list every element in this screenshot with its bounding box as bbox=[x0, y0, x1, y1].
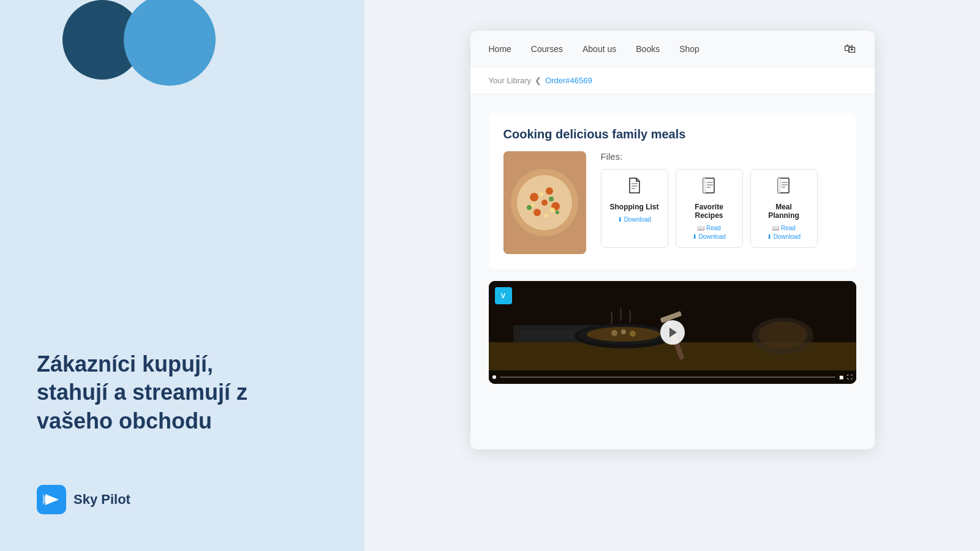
brand-name: Sky Pilot bbox=[74, 492, 130, 508]
progress-bar[interactable] bbox=[500, 377, 835, 378]
svg-rect-26 bbox=[778, 178, 780, 193]
svg-point-15 bbox=[531, 203, 535, 207]
breadcrumb-library[interactable]: Your Library bbox=[489, 76, 532, 85]
file-card-meal-planning: Meal Planning 📖 Read ⬇ Download bbox=[750, 169, 818, 248]
play-button[interactable] bbox=[660, 320, 685, 345]
video-controls: ◼ ⛶ bbox=[489, 370, 856, 384]
video-container[interactable]: V ◼ ⛶ bbox=[489, 281, 856, 384]
download-link-recipes[interactable]: ⬇ Download bbox=[692, 233, 726, 240]
vimeo-letter: V bbox=[501, 292, 505, 299]
svg-point-14 bbox=[550, 208, 555, 212]
svg-point-12 bbox=[556, 211, 559, 214]
file-card-favorite-recipes: Favorite Recipes 📖 Read ⬇ Download bbox=[676, 169, 743, 248]
nav-bar: Home Courses About us Books Shop 🛍 bbox=[470, 31, 875, 67]
files-section: Files: bbox=[601, 151, 842, 248]
right-panel: Home Courses About us Books Shop 🛍 Your … bbox=[364, 0, 980, 551]
nav-item-about[interactable]: About us bbox=[582, 44, 616, 54]
svg-point-6 bbox=[546, 187, 553, 195]
svg-point-5 bbox=[530, 193, 538, 201]
brand-logo: Sky Pilot bbox=[37, 485, 364, 514]
vimeo-badge: V bbox=[495, 287, 512, 304]
nav-item-home[interactable]: Home bbox=[489, 44, 511, 54]
browser-window: Home Courses About us Books Shop 🛍 Your … bbox=[470, 31, 875, 449]
read-link-recipes[interactable]: 📖 Read bbox=[697, 225, 721, 231]
svg-point-16 bbox=[545, 214, 548, 217]
download-link-meal[interactable]: ⬇ Download bbox=[767, 233, 801, 240]
file-actions-meal: 📖 Read ⬇ Download bbox=[767, 225, 801, 240]
circle-blue bbox=[124, 0, 216, 86]
svg-point-11 bbox=[549, 197, 554, 201]
hero-headline: Zákazníci kupují, stahují a streamují z … bbox=[37, 350, 282, 436]
svg-point-8 bbox=[533, 209, 541, 216]
book-icon-recipes bbox=[701, 177, 717, 198]
file-name-favorite-recipes: Favorite Recipes bbox=[685, 203, 734, 220]
download-link-shopping-list[interactable]: ⬇ Download bbox=[617, 216, 651, 223]
content-area: Cooking delicious family meals bbox=[470, 94, 875, 449]
files-grid: Shopping List ⬇ Download bbox=[601, 169, 842, 248]
nav-item-shop[interactable]: Shop bbox=[679, 44, 699, 54]
play-triangle-icon bbox=[669, 328, 677, 337]
left-panel: Zákazníci kupují, stahují a streamují z … bbox=[0, 0, 364, 551]
product-image bbox=[503, 151, 586, 254]
file-name-meal-planning: Meal Planning bbox=[760, 203, 809, 220]
fullscreen-icon[interactable]: ⛶ bbox=[847, 374, 853, 380]
svg-point-9 bbox=[541, 200, 548, 206]
file-card-shopping-list: Shopping List ⬇ Download bbox=[601, 169, 668, 248]
product-title: Cooking delicious family meals bbox=[503, 127, 842, 141]
file-name-shopping-list: Shopping List bbox=[610, 203, 659, 211]
control-icons: ◼ ⛶ bbox=[839, 374, 853, 380]
svg-rect-21 bbox=[703, 178, 706, 193]
control-play-dot[interactable] bbox=[492, 375, 496, 379]
nav-item-books[interactable]: Books bbox=[636, 44, 660, 54]
logo-decoration bbox=[50, 0, 216, 86]
product-section: Cooking delicious family meals bbox=[489, 113, 856, 269]
product-body: Files: bbox=[503, 151, 842, 254]
breadcrumb-current: Order#46569 bbox=[545, 76, 592, 85]
file-actions-recipes: 📖 Read ⬇ Download bbox=[692, 225, 726, 240]
file-actions-shopping-list: ⬇ Download bbox=[617, 216, 651, 223]
document-icon bbox=[627, 177, 642, 198]
read-link-meal[interactable]: 📖 Read bbox=[772, 225, 796, 231]
brand-icon bbox=[37, 485, 66, 514]
breadcrumb-separator: ❮ bbox=[535, 76, 541, 85]
nav-items: Home Courses About us Books Shop bbox=[489, 44, 844, 54]
cart-icon[interactable]: 🛍 bbox=[844, 42, 856, 56]
book-icon-meal bbox=[776, 177, 792, 198]
nav-item-courses[interactable]: Courses bbox=[531, 44, 563, 54]
volume-icon[interactable]: ◼ bbox=[839, 374, 843, 380]
video-section: V ◼ ⛶ bbox=[489, 281, 856, 384]
files-label: Files: bbox=[601, 151, 842, 162]
svg-point-13 bbox=[540, 192, 543, 196]
svg-point-10 bbox=[527, 205, 532, 210]
breadcrumb: Your Library ❮ Order#46569 bbox=[470, 67, 875, 94]
